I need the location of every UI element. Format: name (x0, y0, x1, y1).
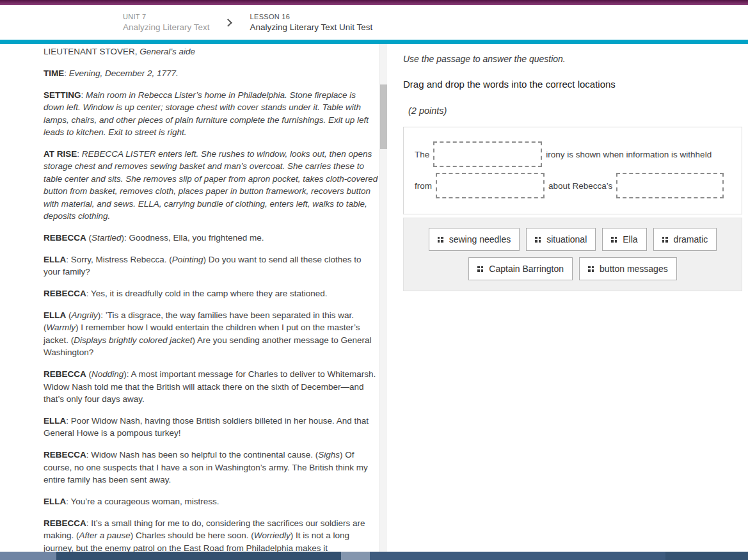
drag-handle-icon (662, 237, 668, 243)
word-tile-label: situational (546, 234, 587, 244)
passage-text[interactable]: LIEUTENANT STOVER, General’s aideTIME: E… (0, 44, 387, 552)
word-tile[interactable]: button messages (579, 257, 677, 280)
drag-handle-icon (611, 237, 617, 243)
passage-paragraph: REBECCA (Startled): Goodness, Ella, you … (44, 232, 378, 244)
sentence-text-1: The (415, 150, 429, 159)
unit-label: UNIT 7 (123, 13, 210, 20)
drop-slot-3[interactable] (616, 173, 724, 198)
word-tile-label: dramatic (674, 234, 708, 244)
unit-title: Analyzing Literary Text (123, 22, 210, 32)
sentence-text-2: irony is shown when information is withh… (546, 150, 712, 159)
passage-paragraph: REBECCA: Widow Nash has been so helpful … (44, 449, 378, 486)
passage-paragraph: LIEUTENANT STOVER, General’s aide (44, 45, 378, 58)
top-accent-bar (0, 0, 748, 5)
passage-scrollbar-thumb[interactable] (380, 84, 387, 149)
passage-paragraph: AT RISE: REBECCA LISTER enters left. She… (44, 148, 378, 222)
bottom-scrollbar-segment[interactable] (56, 552, 341, 560)
breadcrumb-lesson[interactable]: LESSON 16 Analyzing Literary Text Unit T… (250, 13, 373, 32)
sentence-text-3: from (415, 181, 432, 191)
word-bank: sewing needlessituationalElladramaticCap… (403, 218, 742, 291)
passage-paragraph: REBECCA: It’s a small thing for me to do… (44, 517, 378, 552)
breadcrumb-unit[interactable]: UNIT 7 Analyzing Literary Text (123, 13, 210, 32)
sentence-text-4: about Rebecca’s (548, 181, 612, 191)
question-prompt: Drag and drop the words into the correct… (403, 79, 743, 90)
bottom-scrollbar[interactable] (0, 552, 748, 560)
word-tile[interactable]: sewing needles (429, 228, 520, 251)
passage-paragraph: ELLA (Angrily): ’Tis a disgrace, the way… (44, 309, 378, 359)
word-tile-label: Ella (623, 234, 637, 244)
teal-divider-bar (0, 40, 748, 44)
passage-panel: LIEUTENANT STOVER, General’s aideTIME: E… (0, 44, 387, 552)
passage-paragraph: REBECCA (Nodding): A most important mess… (44, 368, 378, 405)
passage-scrollbar[interactable] (379, 44, 387, 552)
sentence-line-1: The irony is shown when information is w… (415, 141, 731, 167)
word-tile[interactable]: situational (526, 228, 596, 251)
word-tile-label: Captain Barrington (489, 264, 564, 274)
lesson-header: UNIT 7 Analyzing Literary Text LESSON 16… (0, 5, 748, 40)
drag-handle-icon (438, 237, 443, 243)
lesson-label: LESSON 16 (250, 13, 373, 20)
passage-paragraph: ELLA: You’re a courageous woman, mistres… (44, 495, 378, 508)
word-tile[interactable]: Captain Barrington (468, 257, 573, 280)
sentence-line-2: from about Rebecca’s (415, 173, 731, 198)
bottom-scrollbar-segment[interactable] (665, 552, 748, 560)
breadcrumb: UNIT 7 Analyzing Literary Text LESSON 16… (123, 13, 372, 32)
question-points: (2 points) (408, 106, 743, 116)
question-panel: Use the passage to answer the question. … (387, 44, 748, 552)
passage-paragraph: ELLA: Poor Widow Nash, having those Brit… (44, 415, 378, 440)
main-content: LIEUTENANT STOVER, General’s aideTIME: E… (0, 44, 748, 552)
drag-handle-icon (588, 266, 594, 272)
question-instruction: Use the passage to answer the question. (403, 54, 743, 64)
drop-slot-2[interactable] (436, 173, 545, 198)
bottom-scrollbar-segment[interactable] (341, 552, 370, 560)
word-tile-label: button messages (600, 264, 668, 274)
passage-paragraph: REBECCA: Yes, it is dreadfully cold in t… (44, 287, 378, 300)
word-tile[interactable]: Ella (602, 228, 646, 251)
drop-slot-1[interactable] (433, 141, 542, 167)
passage-paragraph: ELLA: Sorry, Mistress Rebecca. (Pointing… (44, 253, 378, 278)
passage-paragraph: TIME: Evening, December 2, 1777. (44, 67, 378, 79)
sentence-box: The irony is shown when information is w… (403, 127, 742, 214)
bottom-scrollbar-segment[interactable] (0, 552, 56, 560)
word-tile[interactable]: dramatic (653, 228, 717, 251)
bottom-scrollbar-segment[interactable] (370, 552, 665, 560)
drag-handle-icon (535, 237, 541, 243)
drag-handle-icon (477, 266, 483, 272)
word-tile-label: sewing needles (449, 234, 511, 244)
lesson-title: Analyzing Literary Text Unit Test (250, 22, 373, 32)
chevron-right-icon (224, 19, 232, 27)
passage-paragraph: SETTING: Main room in Rebecca Lister’s h… (44, 89, 378, 139)
